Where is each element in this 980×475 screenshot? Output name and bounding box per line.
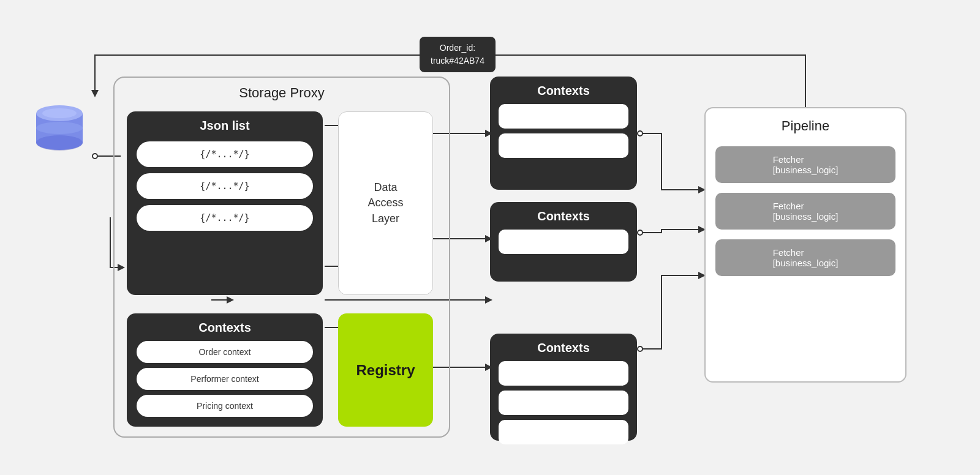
fetcher-item-2: Fetcher[business_logic]	[715, 193, 895, 230]
right-contexts-area: Contexts Contexts Contexts	[490, 77, 637, 441]
ctx-mid-title: Contexts	[499, 209, 628, 223]
order-badge: Order_id: truck#42AB74	[420, 37, 496, 72]
json-item-2: {/*...*/}	[137, 173, 313, 199]
contexts-bottom-title: Contexts	[137, 321, 313, 335]
diagram-container: Order_id: truck#42AB74 Storage Proxy Jso…	[0, 0, 980, 475]
contexts-panel-top: Contexts	[490, 77, 637, 190]
dal-title: DataAccessLayer	[368, 180, 403, 226]
svg-point-10	[42, 108, 77, 118]
svg-point-3	[638, 230, 643, 235]
svg-point-9	[36, 135, 83, 150]
svg-point-2	[638, 131, 643, 136]
ctx-bot-title: Contexts	[499, 341, 628, 355]
storage-proxy-box: Storage Proxy Json list {/*...*/} {/*...…	[113, 77, 450, 438]
dal-box: DataAccessLayer	[338, 111, 433, 295]
json-list-title: Json list	[137, 119, 313, 133]
context-item-pricing: Pricing context	[137, 395, 313, 417]
storage-proxy-label: Storage Proxy	[115, 85, 449, 101]
order-badge-line1: Order_id:	[440, 43, 475, 53]
context-item-performer: Performer context	[137, 368, 313, 390]
fetcher-item-3: Fetcher[business_logic]	[715, 239, 895, 276]
contexts-panel-bot: Contexts	[490, 334, 637, 441]
svg-point-4	[638, 346, 643, 351]
svg-point-8	[36, 122, 83, 134]
json-item-1: {/*...*/}	[137, 141, 313, 167]
database-icon	[32, 95, 87, 153]
registry-title: Registry	[356, 362, 415, 379]
ctx-bot-slot-2	[499, 391, 628, 415]
registry-box: Registry	[338, 313, 433, 427]
contexts-bottom-box: Contexts Order context Performer context…	[127, 313, 323, 427]
order-badge-line2: truck#42AB74	[431, 56, 484, 65]
pipeline-title: Pipeline	[715, 118, 895, 134]
ctx-bot-slot-1	[499, 361, 628, 386]
ctx-top-title: Contexts	[499, 84, 628, 98]
json-item-3: {/*...*/}	[137, 205, 313, 231]
ctx-mid-slot-1	[499, 230, 628, 254]
ctx-bot-slot-3	[499, 420, 628, 444]
ctx-top-slot-1	[499, 104, 628, 129]
svg-point-1	[92, 154, 97, 159]
fetcher-item-1: Fetcher[business_logic]	[715, 146, 895, 183]
pipeline-box: Pipeline Fetcher[business_logic] Fetcher…	[704, 107, 907, 383]
contexts-panel-mid: Contexts	[490, 202, 637, 282]
ctx-top-slot-2	[499, 133, 628, 158]
context-item-order: Order context	[137, 341, 313, 363]
json-list-box: Json list {/*...*/} {/*...*/} {/*...*/}	[127, 111, 323, 295]
